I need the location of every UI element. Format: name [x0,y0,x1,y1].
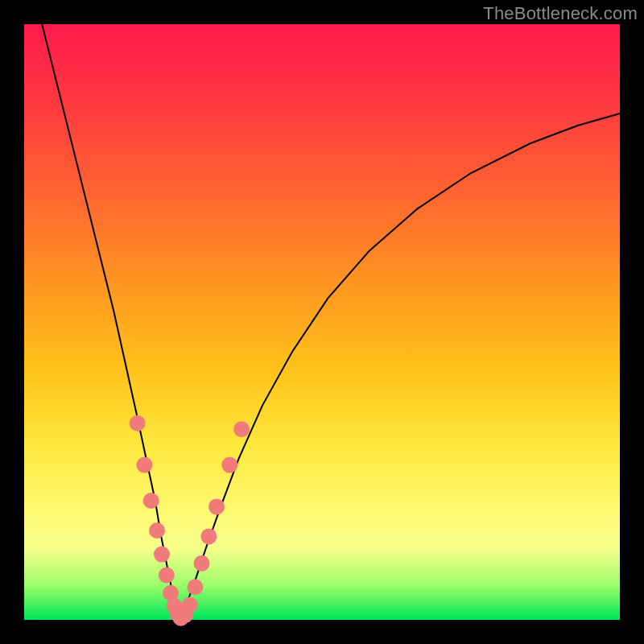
watermark-text: TheBottleneck.com [483,3,638,24]
marker-dot [159,568,175,584]
marker-dot [154,547,170,563]
chart-stage: TheBottleneck.com [0,0,644,644]
marker-dot [221,457,237,473]
marker-dot [136,457,152,473]
curve-group [42,24,620,620]
marker-dot [187,579,203,595]
marker-dot [130,415,146,431]
marker-dot [194,555,210,572]
right-branch-path [179,114,620,620]
plot-area [24,24,620,620]
marker-dot [143,493,159,509]
marker-dot [233,421,250,437]
marker-dot [208,498,225,514]
marker-dot [182,597,198,613]
chart-svg [24,24,620,620]
marker-dot [149,522,165,539]
marker-dot [200,528,217,544]
